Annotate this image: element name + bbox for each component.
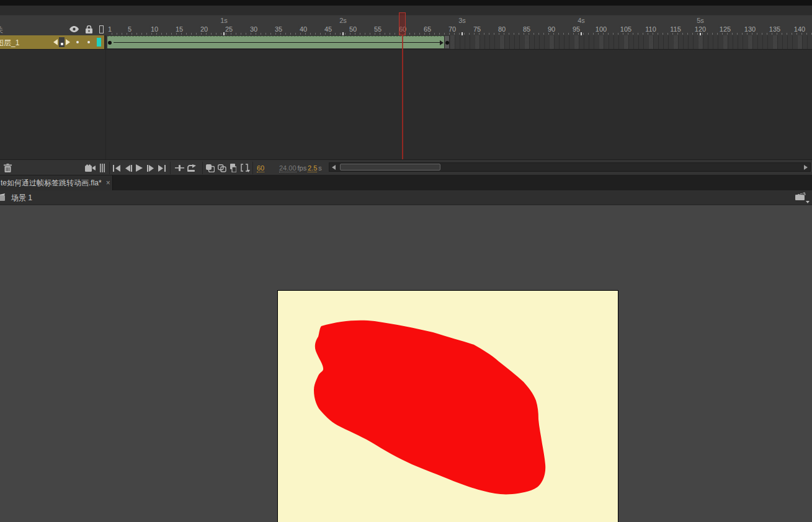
onion-skin-icon[interactable] — [206, 162, 215, 174]
ruler-frame-number: 140 — [793, 25, 806, 33]
pasteboard[interactable] — [0, 205, 812, 522]
toolbar-separator — [109, 162, 110, 174]
document-tab-active[interactable]: te如何通过帧标签跳转动画.fla* × — [0, 175, 113, 190]
ruler-frame-ticks — [105, 33, 812, 35]
step-back-icon[interactable] — [125, 162, 132, 174]
scroll-left-icon[interactable] — [332, 165, 336, 170]
scene-clapperboard-icon-clipped — [0, 193, 5, 201]
ruler-frame-number: 10 — [150, 25, 159, 33]
toolbar-separator — [202, 162, 203, 174]
chevron-down-icon — [806, 201, 810, 203]
ruler-frame-number: 125 — [719, 25, 731, 33]
ruler-frame-number: 75 — [473, 25, 481, 33]
edit-bar: 场景 1 — [0, 190, 812, 205]
playhead-line — [402, 35, 403, 159]
go-to-last-frame-icon[interactable] — [158, 162, 166, 174]
timeline-panel-header — [0, 6, 812, 15]
next-keyframe-icon[interactable] — [66, 39, 70, 45]
onion-skin-outlines-icon[interactable] — [218, 162, 226, 174]
play-icon[interactable] — [136, 162, 143, 174]
elapsed-time-hot-text[interactable]: 2.5 s — [308, 162, 322, 174]
end-keyframe-dot — [445, 41, 449, 45]
animate-app-window: 关 1s2s3s4s5s1510152025303540455055606570… — [0, 0, 812, 522]
layer-column-headers — [69, 24, 104, 34]
ruler-frame-number: 135 — [769, 25, 781, 33]
ruler-second-label: 2s — [339, 17, 347, 24]
layer-depth-icon[interactable] — [100, 162, 105, 174]
ruler-second-label: 3s — [458, 17, 466, 24]
empty-frames[interactable] — [450, 35, 812, 49]
window-top-strip — [0, 0, 812, 6]
timeline-toolbar: 60 24.00 fps 2.5 s — [0, 159, 812, 175]
ruler-frame-number: 130 — [744, 25, 756, 33]
close-icon[interactable]: × — [106, 179, 110, 187]
timeline-ruler[interactable]: 关 1s2s3s4s5s1510152025303540455055606570… — [0, 15, 812, 35]
ruler-frame-number: 105 — [620, 25, 632, 33]
red-blob-shape[interactable] — [278, 291, 619, 522]
layer-visibility-dot[interactable] — [76, 41, 79, 43]
ruler-frame-number: 35 — [274, 25, 283, 33]
document-tab-bar: te如何通过帧标签跳转动画.fla* × — [0, 175, 812, 190]
ruler-frame-number: 85 — [522, 25, 531, 33]
ruler-frame-number: 80 — [497, 25, 506, 33]
ruler-frame-number: 5 — [127, 25, 132, 33]
tween-arrow-head — [440, 40, 444, 45]
ruler-second-label: 5s — [697, 17, 704, 24]
toolbar-separator — [170, 162, 171, 174]
scroll-right-icon[interactable] — [804, 165, 808, 170]
ruler-frame-number: 70 — [448, 25, 457, 33]
ruler-frame-number: 110 — [645, 25, 657, 33]
lock-icon[interactable] — [86, 25, 92, 33]
ruler-frame-number: 40 — [299, 25, 308, 33]
edit-multiple-frames-icon[interactable] — [229, 162, 236, 174]
ruler-frame-number: 30 — [249, 25, 258, 33]
ruler-frame-number: 50 — [349, 25, 357, 33]
ruler-second-label: 1s — [220, 17, 228, 24]
layer-outline-color-swatch[interactable] — [97, 38, 101, 46]
ruler-frame-number: 90 — [547, 25, 556, 33]
ruler-frame-number: 65 — [423, 25, 432, 33]
go-to-first-frame-icon[interactable] — [113, 162, 120, 174]
prev-keyframe-icon[interactable] — [53, 39, 58, 45]
timeline-horizontal-scrollbar[interactable] — [329, 162, 811, 172]
timeline-empty-area[interactable] — [0, 49, 812, 159]
ruler-frame-number: 95 — [572, 25, 581, 33]
modify-markers-icon[interactable] — [241, 162, 250, 174]
ruler-frame-number: 120 — [694, 25, 707, 33]
outline-square-icon[interactable] — [99, 25, 104, 33]
tween-arrow-line — [114, 42, 440, 43]
ruler-frame-number: 20 — [200, 25, 208, 33]
ruler-frame-number: 55 — [373, 25, 382, 33]
ruler-frame-number: 1 — [107, 25, 112, 33]
document-tab-title: te如何通过帧标签跳转动画.fla* — [1, 178, 102, 188]
ruler-frame-number: 25 — [225, 25, 233, 33]
layer-lock-dot[interactable] — [87, 41, 90, 43]
playhead-marker[interactable] — [399, 12, 406, 35]
step-forward-icon[interactable] — [147, 162, 154, 174]
eye-icon[interactable] — [69, 26, 79, 32]
camera-icon[interactable] — [85, 162, 96, 174]
stage-canvas[interactable] — [277, 290, 618, 522]
layer-item-selected[interactable]: 图层_1 — [0, 35, 105, 49]
current-frame-hot-text[interactable]: 60 — [257, 162, 264, 174]
clipped-panel-label: 关 — [0, 25, 3, 35]
scrollbar-thumb[interactable] — [340, 164, 440, 170]
start-keyframe-dot — [108, 41, 112, 45]
ruler-frame-number: 100 — [595, 25, 607, 33]
fps-unit: fps — [298, 164, 307, 172]
edit-scene-button[interactable] — [795, 192, 810, 203]
layer-name[interactable]: 图层_1 — [0, 38, 19, 48]
center-frame-icon[interactable] — [175, 162, 184, 174]
ruler-frame-number: 115 — [669, 25, 682, 33]
seconds-unit: s — [318, 164, 322, 172]
frame-rate-hot-text[interactable]: 24.00 fps — [279, 162, 306, 174]
timeline-layer-row: 图层_1 — [0, 35, 812, 49]
delete-icon[interactable] — [4, 162, 12, 174]
current-frame-indicator — [59, 37, 65, 47]
ruler-second-label: 4s — [578, 17, 585, 24]
ruler-frame-number: 45 — [324, 25, 332, 33]
scene-breadcrumb[interactable]: 场景 1 — [11, 193, 32, 203]
ruler-frame-number: 15 — [175, 25, 184, 33]
loop-icon[interactable] — [187, 162, 197, 174]
toolbar-separator — [252, 162, 253, 174]
